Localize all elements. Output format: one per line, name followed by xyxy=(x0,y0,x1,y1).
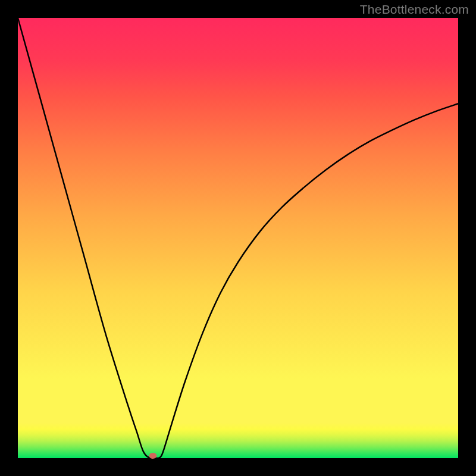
chart-frame: TheBottleneck.com xyxy=(0,0,476,476)
curve-svg xyxy=(18,18,458,458)
bottleneck-marker xyxy=(149,453,157,459)
plot-area xyxy=(18,18,458,458)
bottleneck-curve xyxy=(18,18,458,459)
watermark-text: TheBottleneck.com xyxy=(360,2,469,17)
